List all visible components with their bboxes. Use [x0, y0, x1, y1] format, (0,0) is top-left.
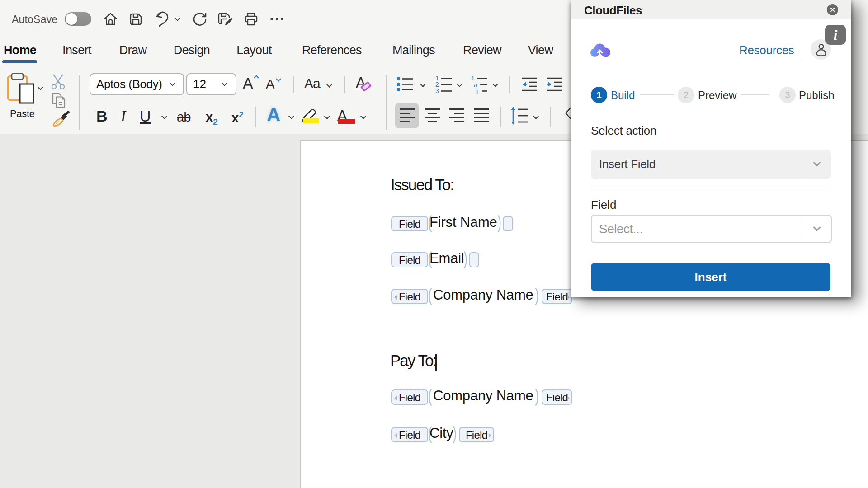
svg-text:i: i [476, 88, 478, 94]
svg-text:1: 1 [471, 75, 475, 82]
svg-text:3: 3 [435, 87, 439, 94]
